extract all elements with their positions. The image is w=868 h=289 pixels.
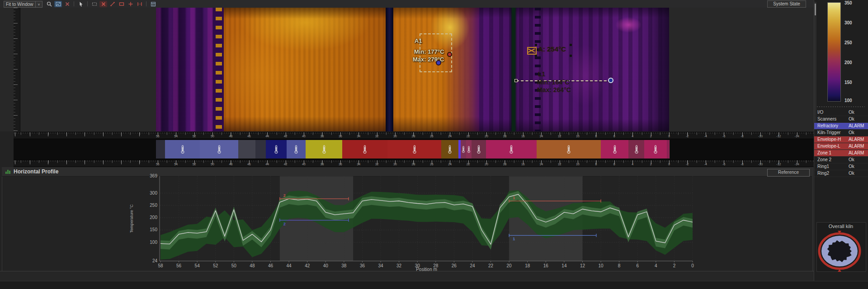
line-l1-start-handle[interactable] xyxy=(514,79,518,82)
svg-text:1: 1 xyxy=(513,196,515,200)
kiln-zone-segment[interactable] xyxy=(472,140,486,158)
toolbar: Fit to Window v System State xyxy=(0,0,814,8)
profile-chart[interactable]: 2211369300250200150100245856545250484644… xyxy=(127,173,705,272)
spot-a-label[interactable]: A: 254°C xyxy=(538,45,566,53)
selection-handle[interactable] xyxy=(570,55,572,57)
selection-handle[interactable] xyxy=(570,44,572,46)
ruler-label: 16 xyxy=(518,163,528,166)
toolbar-divider xyxy=(146,1,146,6)
status-row-i-o[interactable]: I/OOk xyxy=(814,109,868,116)
svg-text:0: 0 xyxy=(691,263,694,268)
ruler-label: 30 xyxy=(390,135,400,138)
svg-text:20: 20 xyxy=(507,263,512,268)
status-row-zone-1[interactable]: Zone 1ALARM xyxy=(814,150,868,157)
image-canvas[interactable]: A1 Min: 177°C Max: 279°C A: 254°C L1 Min… xyxy=(0,8,814,131)
kiln-zone-segment[interactable] xyxy=(601,140,629,158)
ruler-label: 50 xyxy=(208,135,217,138)
selection-handle[interactable] xyxy=(535,55,537,57)
status-row-zone-2[interactable]: Zone 2Ok xyxy=(814,157,868,163)
span-tool-icon[interactable] xyxy=(136,1,143,7)
svg-text:24: 24 xyxy=(152,258,158,263)
scrollbar-thumb[interactable] xyxy=(815,4,816,15)
clear-image-icon[interactable] xyxy=(63,1,71,7)
ruler-label: 0 xyxy=(664,135,674,138)
cross-tool-icon[interactable] xyxy=(127,1,134,7)
line-l1-end-handle[interactable] xyxy=(608,78,613,83)
status-row-envelope-h[interactable]: Envelope-HALARM xyxy=(814,136,868,143)
svg-text:16: 16 xyxy=(543,263,549,268)
kiln-zone-segment[interactable] xyxy=(200,140,239,158)
colorbar-tick: 250 xyxy=(844,40,863,45)
delete-annotation-icon[interactable] xyxy=(99,1,107,7)
min-temp-marker xyxy=(436,60,441,65)
svg-text:8: 8 xyxy=(618,263,621,268)
status-row-scanners[interactable]: ScannersOk xyxy=(814,116,868,123)
vertical-ruler xyxy=(14,8,20,131)
svg-text:2: 2 xyxy=(283,222,286,226)
area-a1-min: Min: 177°C xyxy=(414,48,444,55)
system-state-button[interactable]: System State xyxy=(767,0,806,8)
kiln-zone-segment[interactable] xyxy=(537,140,601,158)
kiln-zone-segment[interactable] xyxy=(287,140,306,158)
image-view-icon[interactable] xyxy=(54,1,62,7)
svg-text:58: 58 xyxy=(158,263,163,268)
kiln-zone-segment[interactable] xyxy=(486,140,537,158)
ruler-label: 4 xyxy=(627,135,637,138)
ruler-label: 2 xyxy=(646,135,656,138)
kiln-zone-segment[interactable] xyxy=(156,140,165,158)
thermal-image[interactable]: A1 Min: 177°C Max: 279°C A: 254°C L1 Min… xyxy=(156,8,669,131)
bar-chart-icon xyxy=(5,169,11,174)
measure-rect-icon[interactable] xyxy=(90,1,98,7)
status-label: Scanners xyxy=(817,116,836,122)
rotation-bar: Rotation 6: 4.00 rpm Ring1: N/A Ring2: N… xyxy=(0,271,814,281)
status-row-ring2[interactable]: Ring2Ok xyxy=(814,170,868,177)
status-label: Envelope-H xyxy=(817,136,841,143)
svg-text:300: 300 xyxy=(150,191,157,196)
colorbar-tick: 100 xyxy=(844,98,863,103)
rect-tool-icon[interactable] xyxy=(118,1,125,7)
status-label: Zone 1 xyxy=(817,150,831,156)
status-row-envelope-l[interactable]: Envelope-LALARM xyxy=(814,143,868,150)
ruler-label: -2 xyxy=(682,163,692,166)
line-tool-icon[interactable] xyxy=(108,1,116,7)
status-label: Zone 2 xyxy=(817,157,831,163)
temperature-colorbar xyxy=(827,2,841,102)
reference-button[interactable]: Reference xyxy=(767,169,810,177)
ruler-label: 12 xyxy=(555,163,565,166)
ruler-label: 14 xyxy=(536,163,546,166)
selection-handle[interactable] xyxy=(535,44,537,46)
status-row-ring1[interactable]: Ring1Ok xyxy=(814,163,868,170)
zoom-icon[interactable] xyxy=(45,1,53,7)
kiln-zone-segment[interactable] xyxy=(628,140,645,158)
ruler-label: -12 xyxy=(774,163,783,166)
status-row-refractory[interactable]: RefractoryALARM xyxy=(814,123,868,130)
kiln-zone-segment[interactable] xyxy=(306,140,343,158)
kiln-zone-segment[interactable] xyxy=(255,140,266,158)
envelope-outer xyxy=(160,190,693,260)
ruler-label: 28 xyxy=(408,135,418,138)
calendar-icon[interactable] xyxy=(149,1,157,7)
ruler-label: 46 xyxy=(244,163,254,166)
scrollbar[interactable] xyxy=(814,2,816,124)
status-label: Envelope-L xyxy=(817,143,840,149)
cursor-icon[interactable] xyxy=(77,1,85,7)
ruler-label: 44 xyxy=(262,135,272,138)
envelope-icon[interactable] xyxy=(527,47,537,55)
kiln-zone-segment[interactable] xyxy=(441,140,459,158)
status-row-kiln-trigger[interactable]: Kiln-TriggerOk xyxy=(814,130,868,136)
kiln-zone-segment[interactable] xyxy=(266,140,287,158)
status-value: ALARM xyxy=(849,143,864,149)
zoom-mode-select[interactable]: Fit to Window xyxy=(4,1,37,8)
kiln-zone-segment[interactable] xyxy=(667,140,670,158)
kiln-zone-segment[interactable] xyxy=(165,140,200,158)
status-value: Ok xyxy=(849,109,854,116)
kiln-zone-segment[interactable] xyxy=(238,140,256,158)
kiln-zone-segment[interactable] xyxy=(342,140,388,158)
kiln-zone-segment[interactable] xyxy=(387,140,442,158)
ruler-label: 32 xyxy=(372,135,382,138)
ruler-label: 24 xyxy=(445,163,455,166)
chevron-down-icon[interactable]: v xyxy=(35,1,42,8)
ruler-label: 12 xyxy=(555,135,565,138)
ruler-label: 26 xyxy=(427,135,437,138)
kiln-zone-segment[interactable] xyxy=(644,140,667,158)
